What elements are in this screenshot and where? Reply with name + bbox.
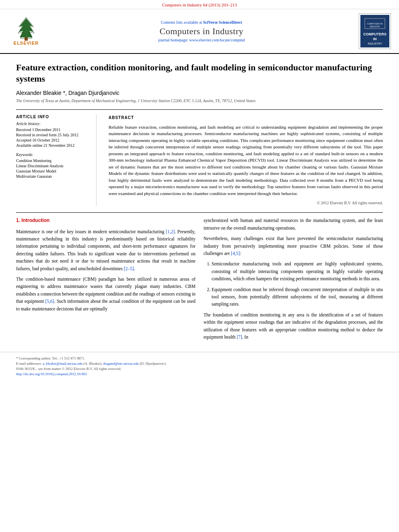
accepted-date: Accepted 16 October 2012 bbox=[16, 138, 90, 142]
elsevier-logo: ELSEVIER bbox=[8, 16, 44, 45]
keywords-section: Keywords: Condition Monitoring Linear Di… bbox=[16, 152, 90, 179]
abstract-section: ABSTRACT Reliable feature extraction, co… bbox=[109, 115, 383, 206]
keywords-label: Keywords: bbox=[16, 152, 90, 157]
article-info-section: ARTICLE INFO Article history: Received 1… bbox=[16, 109, 383, 206]
svg-marker-1 bbox=[19, 18, 34, 37]
journal-citation-bar: Computers in Industry 64 (2013) 203–213 bbox=[0, 0, 399, 9]
keyword-1: Condition Monitoring bbox=[16, 158, 90, 163]
computers-in-industry-logo: COMPUTERS IN INDUSTRY COMPUTERS IN INDUS… bbox=[359, 13, 391, 49]
copyright-line: © 2012 Elsevier B.V. All rights reserved… bbox=[109, 200, 383, 206]
revised-date: Received in revised form 25 July 2012 bbox=[16, 133, 90, 137]
journal-title: Computers in Industry bbox=[48, 26, 355, 37]
right-paragraph-3: The foundation of condition monitoring i… bbox=[204, 311, 383, 341]
keyword-4: Multivariate Gaussian bbox=[16, 174, 90, 179]
footer: * Corresponding author. Tel.: +1 512 471… bbox=[0, 352, 399, 381]
challenges-list: Semiconductor manufacturing tools and eq… bbox=[204, 260, 383, 308]
article-info-panel: ARTICLE INFO Article history: Received 1… bbox=[16, 115, 97, 206]
main-content: Feature extraction, condition monitoring… bbox=[0, 54, 399, 352]
authors-text: Alexander Bleakie *, Dragan Djurdjanovic bbox=[16, 90, 119, 96]
right-paragraph-2: Nevertheless, many challenges exist that… bbox=[204, 235, 383, 257]
email-1-link[interactable]: a_bleakie@mail.utexas.edu bbox=[43, 362, 82, 366]
svg-text:INDUSTRY: INDUSTRY bbox=[370, 25, 380, 28]
right-paragraph-1: synchronized with human and material res… bbox=[204, 217, 383, 232]
body-content: 1. Introduction Maintenance is one of th… bbox=[16, 217, 383, 344]
received-date: Received 1 December 2011 bbox=[16, 127, 90, 132]
doi-link[interactable]: http://dx.doi.org/10.1016/j.compind.2012… bbox=[16, 372, 87, 376]
challenge-item-1: Semiconductor manufacturing tools and eq… bbox=[212, 260, 383, 282]
online-date: Available online 21 November 2012 bbox=[16, 143, 90, 148]
keyword-3: Gaussian Mixture Model bbox=[16, 169, 90, 173]
logo-box: COMPUTERS IN INDUSTRY COMPUTERS IN INDUS… bbox=[360, 15, 389, 47]
journal-citation: Computers in Industry 64 (2013) 203–213 bbox=[162, 2, 237, 7]
intro-paragraph-2: The condition-based maintenance (CBM) pa… bbox=[16, 275, 195, 312]
email-2-link[interactable]: dragand@me.utexas.edu bbox=[103, 362, 139, 366]
svg-text:COMPUTERS IN: COMPUTERS IN bbox=[367, 23, 383, 25]
section-divider bbox=[16, 212, 383, 213]
elsevier-tree-icon bbox=[12, 16, 40, 41]
elsevier-text: ELSEVIER bbox=[14, 41, 39, 45]
introduction-heading: 1. Introduction bbox=[16, 217, 195, 224]
article-title: Feature extraction, condition monitoring… bbox=[16, 62, 383, 85]
body-right-column: synchronized with human and material res… bbox=[204, 217, 383, 344]
affiliation-text: The University of Texas at Austin, Depar… bbox=[16, 99, 383, 103]
logo-graphic-icon: COMPUTERS IN INDUSTRY bbox=[363, 16, 387, 31]
journal-banner: ELSEVIER Contents lists available at Sci… bbox=[0, 9, 399, 54]
email-note: E-mail addresses: a_bleakie@mail.utexas.… bbox=[16, 362, 383, 366]
doi-line: http://dx.doi.org/10.1016/j.compind.2012… bbox=[16, 372, 383, 376]
intro-paragraph-1: Maintenance is one of the key issues in … bbox=[16, 228, 195, 272]
article-history-label: Article history: bbox=[16, 121, 90, 126]
journal-homepage: journal homepage: www.elsevier.com/locat… bbox=[48, 38, 355, 42]
abstract-text: Reliable feature extraction, condition m… bbox=[109, 124, 383, 197]
corresponding-author-note: * Corresponding author. Tel.: +1 512 471… bbox=[16, 356, 383, 360]
sciverse-link: Contents lists available at SciVerse Sci… bbox=[48, 20, 355, 25]
authors-line: Alexander Bleakie *, Dragan Djurdjanovic bbox=[16, 90, 383, 96]
body-left-column: 1. Introduction Maintenance is one of th… bbox=[16, 217, 195, 344]
challenge-item-2: Equipment condition must be inferred thr… bbox=[212, 286, 383, 308]
keyword-2: Linear Discriminant Analysis bbox=[16, 164, 90, 168]
journal-center-info: Contents lists available at SciVerse Sci… bbox=[48, 20, 355, 42]
issn-line: 0166-3615/$ – see front matter © 2012 El… bbox=[16, 367, 383, 371]
abstract-heading: ABSTRACT bbox=[109, 115, 383, 121]
article-info-heading: ARTICLE INFO bbox=[16, 115, 90, 119]
